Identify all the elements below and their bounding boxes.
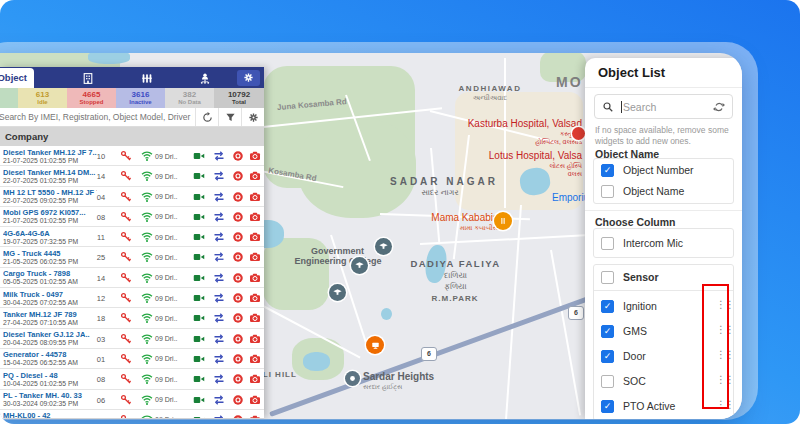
education-pin[interactable] bbox=[351, 257, 368, 274]
place-label[interactable]: Sardar Heights bbox=[363, 371, 434, 382]
video-camera-icon[interactable] bbox=[193, 272, 205, 284]
swap-arrows-icon[interactable] bbox=[213, 394, 225, 406]
swap-arrows-icon[interactable] bbox=[213, 353, 225, 365]
checkbox[interactable] bbox=[601, 237, 614, 250]
swap-arrows-icon[interactable] bbox=[213, 414, 225, 418]
camera-icon[interactable] bbox=[249, 333, 261, 345]
video-camera-icon[interactable] bbox=[193, 211, 205, 223]
alert-circle-icon[interactable] bbox=[232, 353, 244, 365]
stat-running[interactable] bbox=[0, 88, 18, 108]
video-camera-icon[interactable] bbox=[193, 394, 205, 406]
object-name-link[interactable]: Diesel Tanker MH.12 JF 7... bbox=[3, 148, 97, 157]
alert-circle-icon[interactable] bbox=[232, 251, 244, 263]
panel-settings-button[interactable] bbox=[237, 70, 260, 86]
vehicle-row[interactable]: MH 12 LT 5550 - MH.12 JF 7... 22-07-2025… bbox=[0, 187, 264, 207]
poi-label[interactable]: Emporiu bbox=[552, 192, 589, 203]
swap-arrows-icon[interactable] bbox=[213, 373, 225, 385]
object-name-link[interactable]: 4G-6A-4G-6A bbox=[3, 229, 97, 238]
alert-circle-icon[interactable] bbox=[232, 292, 244, 304]
settings-button[interactable] bbox=[241, 108, 264, 126]
object-name-link[interactable]: Tanker MH.12 JF 789 bbox=[3, 310, 97, 319]
object-name-link[interactable]: Generator - 44578 bbox=[3, 350, 97, 359]
swap-arrows-icon[interactable] bbox=[213, 312, 225, 324]
camera-icon[interactable] bbox=[249, 231, 261, 243]
vehicle-row[interactable]: PL - Tanker MH. 40. 33 30-03-2024 09:02:… bbox=[0, 390, 264, 410]
vehicle-row[interactable]: Diesel Tanker MH.14 DM... 22-07-2025 01:… bbox=[0, 166, 264, 186]
hospital-pin[interactable] bbox=[572, 127, 585, 140]
object-name-link[interactable]: Milk Truck - 0497 bbox=[3, 290, 97, 299]
tab-object[interactable]: Object bbox=[0, 68, 34, 88]
alert-circle-icon[interactable] bbox=[232, 191, 244, 203]
object-name-link[interactable]: Diesel Tanker MH.14 DM... bbox=[3, 168, 97, 177]
restaurant-pin[interactable] bbox=[494, 212, 512, 230]
hospital-label[interactable]: Kasturba Hospital, Valsad bbox=[450, 118, 582, 129]
refresh-button[interactable] bbox=[195, 108, 218, 126]
alert-circle-icon[interactable] bbox=[232, 394, 244, 406]
camera-icon[interactable] bbox=[249, 150, 261, 162]
swap-arrows-icon[interactable] bbox=[213, 150, 225, 162]
vehicle-row[interactable]: Cargo Truck - 7898 05-05-2025 01:02:55 A… bbox=[0, 268, 264, 288]
checkbox[interactable] bbox=[601, 400, 614, 413]
checkbox[interactable] bbox=[601, 300, 614, 313]
stat-idle[interactable]: 613Idle bbox=[18, 88, 67, 108]
vehicle-row[interactable]: MH-KL00 - 42 07 09 Dri.. bbox=[0, 410, 264, 418]
alert-circle-icon[interactable] bbox=[232, 170, 244, 182]
alert-circle-icon[interactable] bbox=[232, 211, 244, 223]
stat-nodata[interactable]: 382No Data bbox=[165, 88, 214, 108]
hospital-label[interactable]: Lotus Hospital, Valsa bbox=[430, 150, 582, 161]
building-icon[interactable] bbox=[82, 71, 95, 84]
object-name-link[interactable]: MH 12 LT 5550 - MH.12 JF 7... bbox=[3, 188, 97, 197]
video-camera-icon[interactable] bbox=[193, 191, 205, 203]
camera-icon[interactable] bbox=[249, 394, 261, 406]
video-camera-icon[interactable] bbox=[193, 414, 205, 418]
alert-circle-icon[interactable] bbox=[232, 150, 244, 162]
sync-icon[interactable] bbox=[713, 101, 725, 113]
stat-total[interactable]: 10792Total bbox=[214, 88, 264, 108]
camera-icon[interactable] bbox=[249, 191, 261, 203]
widget-search-box[interactable]: Search bbox=[594, 94, 733, 119]
video-camera-icon[interactable] bbox=[193, 353, 205, 365]
filter-button[interactable] bbox=[218, 108, 241, 126]
checkbox[interactable] bbox=[601, 185, 614, 198]
vehicle-row[interactable]: Generator - 44578 15-04-2025 06:52:55 AM… bbox=[0, 349, 264, 369]
alert-circle-icon[interactable] bbox=[232, 333, 244, 345]
checkbox[interactable] bbox=[601, 325, 614, 338]
restaurant-label[interactable]: Mama Kababis bbox=[420, 212, 498, 223]
video-camera-icon[interactable] bbox=[193, 150, 205, 162]
camera-icon[interactable] bbox=[249, 170, 261, 182]
checkbox[interactable] bbox=[601, 164, 614, 177]
camera-icon[interactable] bbox=[249, 292, 261, 304]
education-pin[interactable] bbox=[375, 238, 392, 255]
swap-arrows-icon[interactable] bbox=[213, 191, 225, 203]
checkbox[interactable] bbox=[601, 350, 614, 363]
vehicle-row[interactable]: Tanker MH.12 JF 789 27-04-2025 07:10:55 … bbox=[0, 308, 264, 328]
camera-icon[interactable] bbox=[249, 353, 261, 365]
camera-icon[interactable] bbox=[249, 272, 261, 284]
camera-icon[interactable] bbox=[249, 373, 261, 385]
video-camera-icon[interactable] bbox=[193, 333, 205, 345]
checkbox[interactable] bbox=[601, 375, 614, 388]
video-camera-icon[interactable] bbox=[193, 373, 205, 385]
stat-stopped[interactable]: 4665Stopped bbox=[67, 88, 116, 108]
option-row[interactable]: Intercom Mic bbox=[594, 234, 733, 255]
object-name-link[interactable]: Mobi GPS 6972 KI057... bbox=[3, 208, 97, 217]
camera-icon[interactable] bbox=[249, 251, 261, 263]
alert-circle-icon[interactable] bbox=[232, 312, 244, 324]
swap-arrows-icon[interactable] bbox=[213, 292, 225, 304]
camera-icon[interactable] bbox=[249, 414, 261, 418]
vehicle-row[interactable]: PQ - Diesel - 48 10-04-2025 01:02:55 PM … bbox=[0, 369, 264, 389]
shop-pin[interactable] bbox=[366, 336, 384, 354]
education-pin[interactable] bbox=[329, 284, 346, 301]
vehicle-row[interactable]: MG - Truck 4445 21-05-2025 06:02:55 PM 2… bbox=[0, 247, 264, 267]
column-header-company[interactable]: Company bbox=[0, 127, 264, 146]
object-name-link[interactable]: Diesel Tanker GJ.12 JA.. bbox=[3, 330, 97, 339]
object-name-link[interactable]: Cargo Truck - 7898 bbox=[3, 269, 97, 278]
alert-circle-icon[interactable] bbox=[232, 373, 244, 385]
camera-icon[interactable] bbox=[249, 211, 261, 223]
option-row[interactable]: Object Name bbox=[594, 182, 733, 203]
object-name-link[interactable]: PQ - Diesel - 48 bbox=[3, 371, 97, 380]
video-camera-icon[interactable] bbox=[193, 292, 205, 304]
place-pin[interactable] bbox=[345, 371, 360, 386]
object-name-link[interactable]: MG - Truck 4445 bbox=[3, 249, 97, 258]
vehicle-row[interactable]: Diesel Tanker GJ.12 JA.. 20-04-2025 08:0… bbox=[0, 329, 264, 349]
